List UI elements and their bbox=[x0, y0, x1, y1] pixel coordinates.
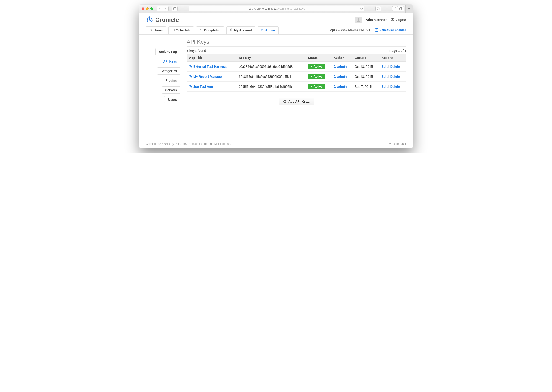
sidebar-item-plugins[interactable]: Plugins bbox=[162, 77, 180, 84]
scheduler-label: Scheduler Enabled bbox=[380, 28, 406, 32]
sidebar-toggle-button[interactable] bbox=[172, 6, 178, 11]
back-button[interactable]: ‹ bbox=[157, 6, 163, 11]
api-keys-table: App Title API Key Status Author Created … bbox=[187, 54, 406, 92]
edit-link[interactable]: Edit bbox=[381, 65, 387, 69]
check-icon: ✓ bbox=[310, 85, 312, 88]
history-icon bbox=[199, 28, 203, 32]
user-icon bbox=[230, 28, 232, 32]
user-name[interactable]: Administrator bbox=[366, 18, 387, 21]
share-button[interactable] bbox=[392, 6, 398, 11]
window-minimize-icon[interactable] bbox=[146, 7, 149, 10]
svg-line-27 bbox=[191, 77, 191, 77]
key-icon bbox=[189, 65, 192, 69]
checkbox-checked-icon: ✓ bbox=[375, 28, 378, 32]
url-host: local.cronicle.com:3012 bbox=[248, 7, 276, 10]
reader-button[interactable]: ⓘ bbox=[375, 6, 381, 11]
window-close-icon[interactable] bbox=[142, 7, 144, 10]
table-row: My Report Manager30e8f37c6ff15c2ec648600… bbox=[187, 72, 406, 82]
col-app-title: App Title bbox=[187, 54, 237, 62]
svg-point-28 bbox=[334, 75, 335, 76]
tab-completed[interactable]: Completed bbox=[196, 26, 224, 34]
app-title-link[interactable]: Joe Test App bbox=[193, 85, 213, 88]
key-icon bbox=[189, 75, 192, 78]
delete-link[interactable]: Delete bbox=[390, 75, 400, 78]
created-date: Sep 7, 2015 bbox=[352, 82, 379, 92]
svg-rect-20 bbox=[261, 30, 263, 31]
col-author: Author bbox=[331, 54, 352, 62]
browser-titlebar: ‹ › local.cronicle.com:3012/#Admin?sub=a… bbox=[139, 5, 413, 13]
key-icon bbox=[189, 85, 192, 88]
author-link[interactable]: admin bbox=[333, 85, 347, 88]
app-header: Cronicle Administrator Logout bbox=[139, 13, 413, 26]
plus-circle-icon: + bbox=[283, 100, 286, 103]
calendar-icon bbox=[172, 29, 175, 32]
svg-rect-4 bbox=[400, 8, 402, 10]
tab-my-account[interactable]: My Account bbox=[226, 26, 255, 34]
status-badge: ✓Active bbox=[308, 64, 325, 69]
toolbar-right: + bbox=[392, 5, 410, 13]
footer-product-link[interactable]: Cronicle bbox=[146, 142, 157, 146]
logout-link[interactable]: Logout bbox=[391, 18, 406, 22]
add-api-key-button[interactable]: + Add API Key... bbox=[279, 98, 314, 105]
api-key-value: 0095f5b664b93304d5f8b1a61df605fb bbox=[237, 82, 305, 92]
app-title-link[interactable]: My Report Manager bbox=[193, 75, 223, 78]
window-controls bbox=[142, 7, 153, 10]
svg-rect-15 bbox=[172, 29, 174, 31]
author-link[interactable]: admin bbox=[333, 65, 347, 69]
sidebar-item-users[interactable]: Users bbox=[164, 96, 180, 103]
sidebar-item-activity-log[interactable]: Activity Log bbox=[155, 48, 180, 56]
footer-version: Version 0.5.1 bbox=[389, 142, 406, 146]
main: Activity Log API Keys Categories Plugins… bbox=[139, 35, 413, 139]
main-tabs: Home Schedule Completed My Account bbox=[139, 26, 413, 35]
svg-point-19 bbox=[231, 29, 232, 30]
delete-link[interactable]: Delete bbox=[390, 65, 400, 69]
edit-link[interactable]: Edit bbox=[381, 85, 387, 88]
user-icon bbox=[333, 85, 336, 88]
tab-home[interactable]: Home bbox=[146, 26, 166, 34]
url-path: /#Admin?sub=api_keys bbox=[276, 7, 305, 10]
svg-point-32 bbox=[334, 85, 335, 86]
footer-company-link[interactable]: PixlCore bbox=[175, 142, 186, 146]
svg-line-8 bbox=[150, 20, 151, 21]
brand-name: Cronicle bbox=[155, 16, 179, 23]
power-icon bbox=[391, 18, 394, 22]
tab-label: Completed bbox=[204, 28, 220, 32]
tab-label: Schedule bbox=[176, 28, 190, 32]
forward-button[interactable]: › bbox=[163, 6, 168, 11]
footer-license-link[interactable]: MIT License bbox=[214, 142, 231, 146]
sidebar-item-api-keys[interactable]: API Keys bbox=[160, 58, 180, 65]
created-date: Oct 18, 2015 bbox=[352, 72, 379, 82]
sidebar-item-servers[interactable]: Servers bbox=[162, 86, 180, 94]
page-label: Page 1 of 1 bbox=[389, 49, 406, 53]
api-key-value: 30e8f37c6ff15c2ec648600f002d45c1 bbox=[237, 72, 305, 82]
tab-schedule[interactable]: Schedule bbox=[168, 26, 194, 34]
reload-icon[interactable]: ⟳ bbox=[361, 7, 363, 10]
footer-text: Cronicle is © 2016 by PixlCore. Released… bbox=[146, 142, 231, 146]
brand[interactable]: Cronicle bbox=[146, 16, 179, 24]
scheduler-toggle[interactable]: ✓ Scheduler Enabled bbox=[375, 28, 406, 32]
logout-label: Logout bbox=[396, 18, 406, 21]
edit-link[interactable]: Edit bbox=[381, 75, 387, 78]
col-created: Created bbox=[352, 54, 379, 62]
tab-admin[interactable]: Admin bbox=[258, 26, 278, 34]
count-label: 3 keys found bbox=[187, 49, 206, 53]
tab-label: My Account bbox=[234, 28, 252, 32]
app-title-link[interactable]: External Test Harness bbox=[193, 65, 227, 69]
address-bar[interactable]: local.cronicle.com:3012/#Admin?sub=api_k… bbox=[189, 6, 364, 11]
delete-link[interactable]: Delete bbox=[390, 85, 400, 88]
avatar[interactable] bbox=[355, 17, 362, 23]
footer: Cronicle is © 2016 by PixlCore. Released… bbox=[139, 139, 413, 148]
svg-point-12 bbox=[357, 18, 359, 20]
svg-line-31 bbox=[191, 86, 191, 87]
tabs-button[interactable] bbox=[398, 6, 404, 11]
window-zoom-icon[interactable] bbox=[150, 7, 153, 10]
user-area: Administrator Logout bbox=[355, 17, 406, 23]
sidebar-item-categories[interactable]: Categories bbox=[157, 67, 180, 75]
new-tab-button[interactable]: + bbox=[405, 5, 413, 13]
add-api-key-label: Add API Key... bbox=[288, 100, 310, 103]
author-link[interactable]: admin bbox=[333, 75, 347, 78]
user-icon bbox=[333, 75, 336, 78]
admin-sidebar: Activity Log API Keys Categories Plugins… bbox=[139, 35, 180, 139]
tab-label: Admin bbox=[265, 28, 275, 32]
col-api-key: API Key bbox=[237, 54, 305, 62]
